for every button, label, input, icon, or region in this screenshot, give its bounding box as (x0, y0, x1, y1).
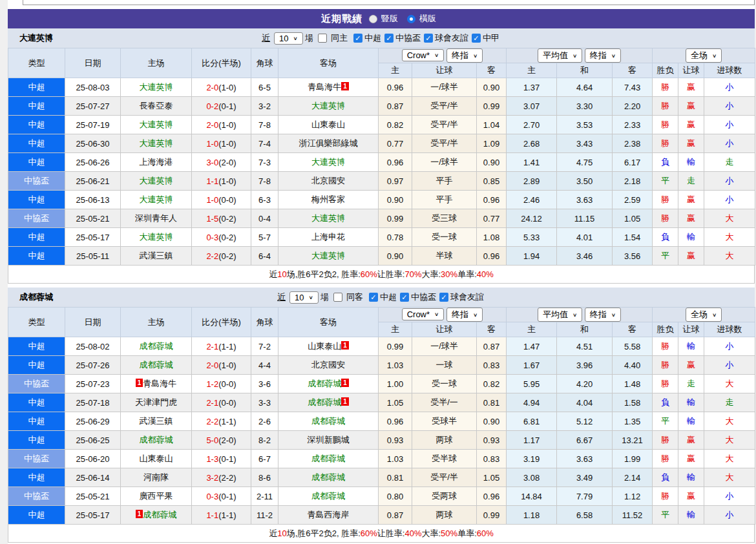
team-name-text: 武漢三鎮 (140, 251, 173, 260)
average-time-select[interactable]: 终指∨ (585, 308, 621, 322)
team-name-text: 成都蓉城 (308, 379, 341, 388)
corner-count: 5-7 (251, 228, 278, 247)
match-count-select[interactable]: 10∨ (289, 291, 319, 304)
half-time-score: (0-1) (218, 454, 236, 464)
summary-text: 30% (441, 269, 457, 279)
avg-away-odds: 1.35 (613, 412, 653, 431)
away-team-cell: 山東泰山 (278, 116, 379, 134)
sections-container: 大連英博近10∨場同主✓中超✓中協盃✓球會友誼✓中甲类型日期主场比分(半场)角球… (8, 28, 755, 543)
vertical-layout-radio[interactable] (369, 15, 377, 23)
same-venue-label: 同主 (331, 32, 348, 44)
results-table: 类型日期主场比分(半场)角球客场Crow*∨ 终指∨平均值∨ 终指∨全场∨主让球… (8, 307, 755, 525)
column-header-6: 客场 (278, 308, 379, 337)
sub-column-header-5: 和 (557, 63, 613, 78)
match-date: 25-07-18 (65, 393, 121, 412)
odds-time-select[interactable]: 终指∨ (446, 48, 483, 63)
avg-away-odds: 4.40 (613, 356, 653, 375)
full-time-score: 2-1 (206, 398, 218, 408)
match-date: 25-05-17 (65, 228, 121, 247)
goals-result: 大 (704, 468, 755, 487)
average-source-select[interactable]: 平均值∨ (538, 48, 582, 63)
handicap-line: 受三球 (412, 209, 477, 228)
handicap-result: 走 (678, 172, 704, 191)
league-type-cell: 中超 (8, 412, 65, 431)
away-team-cell: 北京國安 (278, 356, 379, 375)
horizontal-layout-radio[interactable] (407, 15, 415, 23)
odds-source-select[interactable]: Crow*∨ (402, 49, 445, 61)
league-label-4: 中甲 (483, 32, 499, 44)
team-name-text: 深圳新鵬城 (308, 435, 350, 445)
recent-count-link[interactable]: 近 (262, 32, 270, 44)
average-time-select[interactable]: 终指∨ (585, 48, 621, 63)
avg-away-odds: 2.59 (613, 191, 653, 209)
league-checkbox-2[interactable]: ✓ (384, 34, 394, 43)
score-cell: 1-0(0-0) (192, 191, 251, 209)
match-row: 中協盃25-06-20山東泰山1-3(0-1)6-7成都蓉城1.03受半球0.8… (8, 450, 755, 468)
sub-column-header-9: 进球数 (704, 63, 755, 78)
match-row: 中超25-07-27長春亞泰0-2(0-1)3-2大連英博0.87受平/半0.9… (8, 97, 755, 116)
average-source-select[interactable]: 平均值∨ (538, 308, 582, 322)
half-time-score: (0-0) (218, 379, 236, 389)
handicap-result: 輸 (678, 337, 704, 356)
odds-source-select[interactable]: Crow*∨ (402, 308, 445, 320)
avg-draw-odds: 4.01 (557, 228, 613, 247)
away-odds: 0.87 (477, 337, 507, 356)
corner-count: 7-2 (251, 337, 278, 356)
match-count-select[interactable]: 10∨ (274, 32, 303, 45)
avg-home-odds: 5.95 (507, 375, 557, 393)
corner-count: 7-8 (251, 116, 278, 134)
league-checkbox-1[interactable]: ✓ (369, 293, 378, 302)
column-header-2: 日期 (65, 48, 121, 78)
sub-column-header-3: 客 (477, 63, 507, 78)
league-checkbox-4[interactable]: ✓ (472, 34, 481, 43)
column-header-6: 客场 (278, 48, 379, 78)
recent-count-link[interactable]: 近 (277, 291, 286, 303)
scope-select[interactable]: 全场∨ (686, 308, 722, 322)
title-bar: 近期戰績 豎版 橫版 (8, 9, 755, 28)
home-team-cell: 長春亞泰 (121, 97, 192, 116)
win-loss-result: 負 (653, 153, 678, 172)
column-header-2: 日期 (65, 308, 121, 337)
team-name-text: 成都蓉城 (311, 416, 345, 426)
same-venue-checkbox[interactable] (318, 34, 327, 43)
avg-home-odds: 2.70 (507, 116, 557, 134)
match-row: 中超25-06-13大連英博1-0(0-0)6-3梅州客家0.90平手0.962… (8, 191, 755, 209)
league-checkbox-2[interactable]: ✓ (400, 293, 409, 302)
column-header-3: 主场 (121, 308, 192, 337)
goals-result: 走 (704, 153, 755, 172)
summary-text: 近 (269, 269, 277, 280)
goals-result: 走 (704, 393, 755, 412)
summary-text: 场,胜6平2负2, 胜率: (287, 269, 361, 280)
handicap-line: 受球半 (412, 412, 477, 431)
match-date: 25-06-21 (65, 172, 121, 191)
league-label-1: 中超 (380, 291, 397, 303)
scope-select[interactable]: 全场∨ (686, 48, 722, 63)
home-team-cell: 1成都蓉城 (121, 506, 192, 525)
avg-home-odds: 4.94 (507, 393, 557, 412)
full-time-score: 5-0 (206, 435, 218, 445)
average-time-select-value: 终指 (590, 309, 607, 320)
odds-time-select-value: 终指 (452, 309, 468, 320)
league-checkbox-3[interactable]: ✓ (439, 293, 448, 302)
column-header-5: 角球 (251, 308, 278, 337)
sub-column-header-5: 和 (557, 322, 613, 337)
chevron-down-icon: ∨ (611, 312, 616, 318)
win-loss-result: 勝 (653, 356, 678, 375)
sub-column-header-2: 让球 (412, 63, 477, 78)
table-head: 类型日期主场比分(半场)角球客场Crow*∨ 终指∨平均值∨ 终指∨全场∨主让球… (8, 308, 755, 337)
away-odds: 0.90 (477, 412, 507, 431)
league-checkbox-3[interactable]: ✓ (424, 34, 433, 43)
team-name-text: 天津津門虎 (135, 397, 177, 407)
odds-time-select[interactable]: 终指∨ (446, 308, 483, 322)
avg-draw-odds: 4.75 (557, 153, 613, 172)
chevron-down-icon: ∨ (293, 36, 298, 41)
same-venue-checkbox[interactable] (333, 293, 342, 302)
match-date: 25-08-03 (65, 78, 121, 97)
league-checkbox-1[interactable]: ✓ (353, 34, 362, 43)
full-time-score: 2-2 (206, 417, 218, 426)
handicap-result: 赢 (678, 209, 704, 228)
sub-column-header-4: 主 (507, 63, 557, 78)
handicap-line: 受一球 (412, 228, 477, 247)
home-odds: 1.03 (379, 356, 412, 375)
home-odds: 0.97 (379, 172, 412, 191)
